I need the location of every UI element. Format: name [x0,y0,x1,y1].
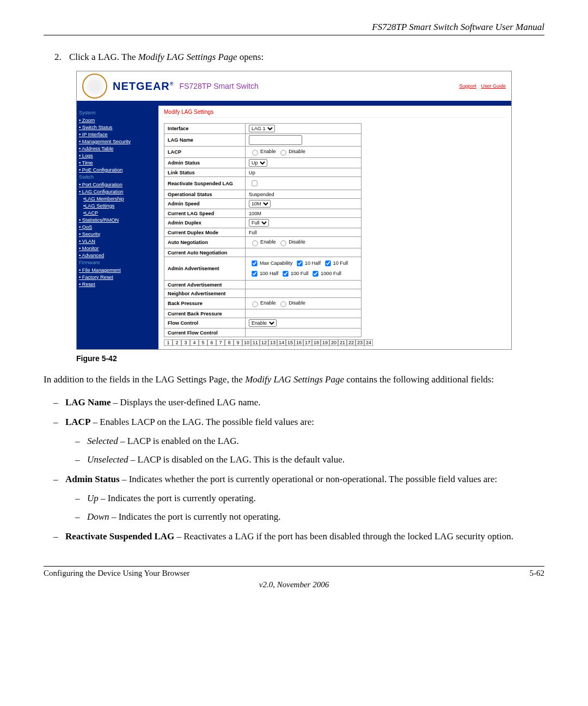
port-cell[interactable]: 16 [295,339,303,346]
port-cell[interactable]: 2 [173,339,181,346]
field-list: LAG Name – Displays the user-defined LAG… [44,395,544,544]
row-adminadv-label: Admin Advertisement [164,257,246,281]
footer-left: Configuring the Device Using Your Browse… [44,569,189,578]
doc-header: FS728TP Smart Switch Software User Manua… [44,22,544,35]
port-cell[interactable]: 4 [190,339,199,346]
lacp-enable-radio[interactable] [252,150,258,155]
adv-10f-checkbox[interactable] [325,260,330,266]
row-adminstatus-label: Admin Status [164,158,246,168]
row-curduplex-value: Full [246,228,362,237]
field-adminstatus-up: Up – Indicates the port is currently ope… [87,491,544,506]
sidebar-item-security[interactable]: Security [79,230,156,238]
port-cell[interactable]: 19 [321,339,329,346]
port-cell[interactable]: 5 [199,339,207,346]
sidebar-item-file-mgmt[interactable]: File Management [79,266,156,273]
autoneg-enable-radio[interactable] [252,240,258,246]
port-cell[interactable]: 8 [225,339,234,346]
port-cell[interactable]: 21 [338,339,347,346]
adv-1000f-checkbox[interactable] [313,271,318,276]
main-panel: Modify LAG Settings Interface LAG 1 LAG … [158,106,511,349]
port-cell[interactable]: 10 [242,339,251,346]
instruction-post: opens: [237,52,264,62]
port-cell[interactable]: 12 [260,339,268,346]
sidebar-item-mgmt-security[interactable]: Management Security [79,138,156,145]
row-lacp-label: LACP [164,147,246,158]
sidebar-item-lacp[interactable]: LACP [83,209,156,216]
sidebar-item-qos[interactable]: QoS [79,223,156,230]
sidebar-item-lag-membership[interactable]: LAG Membership [83,195,156,202]
field-lacp-selected: Selected – LACP is enabled on the LAG. [87,434,544,448]
adv-maxcap-checkbox[interactable] [252,260,257,266]
adminstatus-select[interactable]: Up [249,159,267,167]
adminspeed-select[interactable]: 10M [249,200,271,208]
port-cell[interactable]: 13 [268,339,277,346]
scr-header: NETGEAR® FS728TP Smart Switch Support Us… [77,71,511,101]
sidebar-item-address-table[interactable]: Address Table [79,145,156,152]
adv-100f-checkbox[interactable] [283,271,288,276]
lagname-input[interactable] [249,135,302,145]
sidebar-item-poe[interactable]: PoE Configuration [79,166,156,173]
sidebar-item-time[interactable]: Time [79,159,156,166]
reactsusp-checkbox[interactable] [252,180,257,186]
sidebar-item-lag-settings[interactable]: LAG Settings [83,202,156,209]
sidebar-item-lag-config[interactable]: LAG Configuration [79,188,156,195]
sidebar-item-stats[interactable]: Statistics/RMON [79,216,156,223]
top-links: Support User Guide [456,83,506,89]
sidebar-item-advanced[interactable]: Advanced [79,252,156,259]
row-adminadv-value: Max Capability 10 Half 10 Full 100 Half … [246,257,362,281]
row-curadv-label: Current Advertisement [164,281,246,289]
field-lacp-unselected: Unselected – LACP is disabled on the LAG… [87,453,544,467]
sidebar-item-logs[interactable]: Logs [79,152,156,159]
sidebar-item-ip-interface[interactable]: IP Interface [79,131,156,138]
sidebar-item-switch-status[interactable]: Switch Status [79,124,156,131]
port-cell[interactable]: 11 [251,339,260,346]
sidebar-item-monitor[interactable]: Monitor [79,245,156,252]
blue-bar [77,101,511,106]
support-link[interactable]: Support [459,83,476,89]
figure-caption: Figure 5-42 [76,354,544,363]
flowctrl-select[interactable]: Enable [249,319,277,327]
sidebar-item-reset[interactable]: Reset [79,281,156,288]
row-lacp-value: Enable Disable [246,147,362,158]
row-neighadv-label: Neighbor Advertisement [164,289,246,298]
sidebar-item-vlan[interactable]: VLAN [79,238,156,245]
adv-10h-checkbox[interactable] [297,260,302,266]
row-curautoneg-label: Current Auto Negotiation [164,248,246,257]
port-cell[interactable]: 7 [216,339,225,346]
user-guide-link[interactable]: User Guide [481,83,506,89]
field-reactsusp: Reactivate Suspended LAG – Reactivates a… [65,530,544,544]
port-cell[interactable]: 3 [181,339,190,346]
product-name: FS728TP Smart Switch [179,82,258,90]
port-row: 123456789101112131415161718192021222324 [164,339,506,346]
port-cell[interactable]: 9 [234,339,242,346]
port-cell[interactable]: 22 [347,339,356,346]
autoneg-disable-radio[interactable] [280,240,286,246]
port-cell[interactable]: 1 [164,339,173,346]
port-cell[interactable]: 24 [364,339,373,346]
page-footer: Configuring the Device Using Your Browse… [44,566,544,578]
adv-100h-checkbox[interactable] [252,271,257,276]
screenshot-figure: NETGEAR® FS728TP Smart Switch Support Us… [76,71,512,350]
instruction-em: Modify LAG Settings Page [138,52,237,62]
port-cell[interactable]: 15 [286,339,295,346]
sidebar-item-zoom[interactable]: Zoom [79,117,156,124]
interface-select[interactable]: LAG 1 [249,125,275,132]
row-curduplex-label: Current Duplex Mode [164,228,246,237]
port-cell[interactable]: 14 [277,339,286,346]
port-cell[interactable]: 17 [303,339,312,346]
port-cell[interactable]: 18 [312,339,321,346]
row-flowctrl-label: Flow Control [164,318,246,328]
lacp-disable-radio[interactable] [280,150,286,155]
backpress-disable-radio[interactable] [280,301,286,307]
row-backpress-label: Back Pressure [164,298,246,309]
port-cell[interactable]: 20 [329,339,338,346]
adminduplex-select[interactable]: Full [249,219,269,227]
row-autoneg-label: Auto Negotiation [164,237,246,248]
port-cell[interactable]: 6 [207,339,216,346]
port-cell[interactable]: 23 [356,339,364,346]
backpress-enable-radio[interactable] [252,301,258,307]
sidebar-item-factory-reset[interactable]: Factory Reset [79,273,156,281]
settings-table: Interface LAG 1 LAG Name LACP Enable Dis… [164,123,362,337]
instruction-line: 2. Click a LAG. The Modify LAG Settings … [54,52,544,63]
sidebar-item-port-config[interactable]: Port Configuration [79,181,156,188]
